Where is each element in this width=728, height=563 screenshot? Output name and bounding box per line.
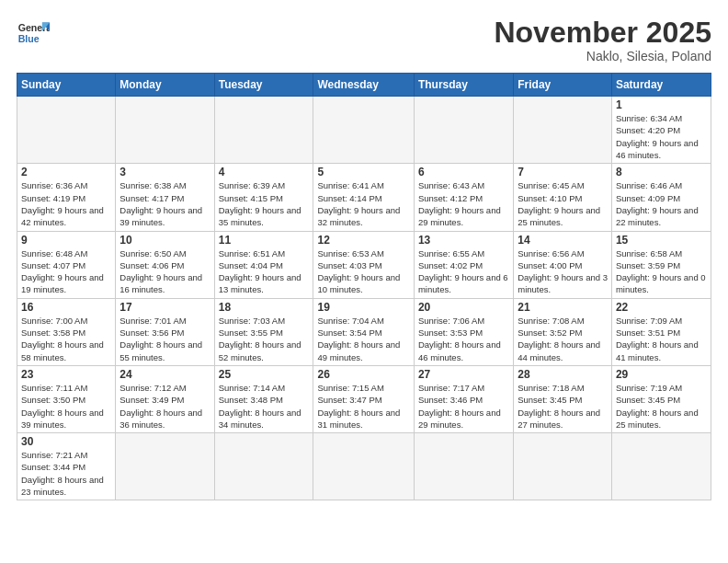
day-info: Sunrise: 7:15 AM Sunset: 3:47 PM Dayligh… [317,382,409,431]
day-info: Sunrise: 6:51 AM Sunset: 4:04 PM Dayligh… [219,247,310,296]
table-row: 16Sunrise: 7:00 AM Sunset: 3:58 PM Dayli… [17,298,116,365]
day-number: 24 [119,368,210,381]
header-monday: Monday [116,74,214,97]
svg-text:Blue: Blue [18,33,40,44]
day-info: Sunrise: 6:50 AM Sunset: 4:06 PM Dayligh… [119,247,210,296]
day-info: Sunrise: 7:12 AM Sunset: 3:49 PM Dayligh… [119,382,210,431]
table-row [116,97,214,164]
logo: General Blue [17,17,50,50]
table-row: 6Sunrise: 6:43 AM Sunset: 4:12 PM Daylig… [414,164,513,231]
calendar-header-row: Sunday Monday Tuesday Wednesday Thursday… [17,74,711,97]
day-number: 8 [616,166,707,178]
table-row [17,97,116,164]
table-row: 11Sunrise: 6:51 AM Sunset: 4:04 PM Dayli… [214,231,313,298]
day-info: Sunrise: 6:39 AM Sunset: 4:15 PM Dayligh… [219,179,310,228]
table-row: 15Sunrise: 6:58 AM Sunset: 3:59 PM Dayli… [611,231,711,298]
table-row [514,97,612,164]
calendar: Sunday Monday Tuesday Wednesday Thursday… [17,73,711,500]
day-number: 14 [518,234,608,247]
table-row: 20Sunrise: 7:06 AM Sunset: 3:53 PM Dayli… [414,298,513,365]
day-number: 5 [317,166,409,178]
day-number: 23 [21,368,111,381]
day-number: 9 [21,234,111,247]
header-wednesday: Wednesday [313,74,414,97]
logo-icon: General Blue [17,17,50,50]
table-row: 25Sunrise: 7:14 AM Sunset: 3:48 PM Dayli… [214,365,313,432]
day-number: 25 [219,368,310,381]
day-number: 28 [518,368,608,381]
day-info: Sunrise: 7:08 AM Sunset: 3:52 PM Dayligh… [518,315,608,363]
day-info: Sunrise: 6:56 AM Sunset: 4:00 PM Dayligh… [518,247,608,296]
day-info: Sunrise: 6:34 AM Sunset: 4:20 PM Dayligh… [616,112,707,161]
table-row: 22Sunrise: 7:09 AM Sunset: 3:51 PM Dayli… [611,298,711,365]
day-number: 20 [418,301,509,314]
day-number: 6 [418,166,509,178]
table-row: 17Sunrise: 7:01 AM Sunset: 3:56 PM Dayli… [116,298,214,365]
day-number: 1 [616,98,707,111]
table-row: 4Sunrise: 6:39 AM Sunset: 4:15 PM Daylig… [214,164,313,231]
table-row [214,97,313,164]
day-info: Sunrise: 6:38 AM Sunset: 4:17 PM Dayligh… [119,179,210,228]
day-info: Sunrise: 6:46 AM Sunset: 4:09 PM Dayligh… [616,179,707,228]
table-row [214,433,313,500]
table-row [116,433,214,500]
day-number: 30 [21,435,111,448]
header-tuesday: Tuesday [214,74,313,97]
day-number: 29 [616,368,707,381]
day-info: Sunrise: 6:53 AM Sunset: 4:03 PM Dayligh… [317,247,409,296]
table-row [313,433,414,500]
day-info: Sunrise: 6:45 AM Sunset: 4:10 PM Dayligh… [518,179,608,228]
day-number: 17 [119,301,210,314]
day-info: Sunrise: 7:18 AM Sunset: 3:45 PM Dayligh… [518,382,608,431]
header-saturday: Saturday [611,74,711,97]
day-number: 10 [119,234,210,247]
table-row [313,97,414,164]
day-info: Sunrise: 6:55 AM Sunset: 4:02 PM Dayligh… [418,247,509,296]
table-row [611,433,711,500]
table-row: 28Sunrise: 7:18 AM Sunset: 3:45 PM Dayli… [514,365,612,432]
table-row: 24Sunrise: 7:12 AM Sunset: 3:49 PM Dayli… [116,365,214,432]
table-row: 27Sunrise: 7:17 AM Sunset: 3:46 PM Dayli… [414,365,513,432]
header-friday: Friday [514,74,612,97]
day-info: Sunrise: 6:41 AM Sunset: 4:14 PM Dayligh… [317,179,409,228]
day-info: Sunrise: 6:48 AM Sunset: 4:07 PM Dayligh… [21,247,111,296]
table-row: 9Sunrise: 6:48 AM Sunset: 4:07 PM Daylig… [17,231,116,298]
page: General Blue November 2025 Naklo, Silesi… [0,0,728,563]
table-row [414,433,513,500]
day-info: Sunrise: 6:43 AM Sunset: 4:12 PM Dayligh… [418,179,509,228]
day-info: Sunrise: 7:09 AM Sunset: 3:51 PM Dayligh… [616,315,707,363]
table-row: 3Sunrise: 6:38 AM Sunset: 4:17 PM Daylig… [116,164,214,231]
day-info: Sunrise: 7:00 AM Sunset: 3:58 PM Dayligh… [21,315,111,363]
day-number: 13 [418,234,509,247]
day-info: Sunrise: 6:58 AM Sunset: 3:59 PM Dayligh… [616,247,707,296]
table-row: 10Sunrise: 6:50 AM Sunset: 4:06 PM Dayli… [116,231,214,298]
day-info: Sunrise: 7:14 AM Sunset: 3:48 PM Dayligh… [219,382,310,431]
day-number: 22 [616,301,707,314]
table-row: 21Sunrise: 7:08 AM Sunset: 3:52 PM Dayli… [514,298,612,365]
table-row: 5Sunrise: 6:41 AM Sunset: 4:14 PM Daylig… [313,164,414,231]
subtitle: Naklo, Silesia, Poland [494,49,711,63]
table-row: 18Sunrise: 7:03 AM Sunset: 3:55 PM Dayli… [214,298,313,365]
day-number: 16 [21,301,111,314]
table-row: 26Sunrise: 7:15 AM Sunset: 3:47 PM Dayli… [313,365,414,432]
table-row: 7Sunrise: 6:45 AM Sunset: 4:10 PM Daylig… [514,164,612,231]
table-row: 30Sunrise: 7:21 AM Sunset: 3:44 PM Dayli… [17,433,116,500]
header-sunday: Sunday [17,74,116,97]
table-row: 23Sunrise: 7:11 AM Sunset: 3:50 PM Dayli… [17,365,116,432]
day-info: Sunrise: 7:06 AM Sunset: 3:53 PM Dayligh… [418,315,509,363]
header-thursday: Thursday [414,74,513,97]
day-number: 12 [317,234,409,247]
table-row: 14Sunrise: 6:56 AM Sunset: 4:00 PM Dayli… [514,231,612,298]
title-block: November 2025 Naklo, Silesia, Poland [494,17,711,63]
day-info: Sunrise: 6:36 AM Sunset: 4:19 PM Dayligh… [21,179,111,228]
table-row: 12Sunrise: 6:53 AM Sunset: 4:03 PM Dayli… [313,231,414,298]
day-number: 7 [518,166,608,178]
day-info: Sunrise: 7:21 AM Sunset: 3:44 PM Dayligh… [21,449,111,498]
day-info: Sunrise: 7:19 AM Sunset: 3:45 PM Dayligh… [616,382,707,431]
day-number: 11 [219,234,310,247]
day-number: 3 [119,166,210,178]
table-row [414,97,513,164]
day-number: 18 [219,301,310,314]
table-row: 19Sunrise: 7:04 AM Sunset: 3:54 PM Dayli… [313,298,414,365]
month-title: November 2025 [494,17,711,49]
